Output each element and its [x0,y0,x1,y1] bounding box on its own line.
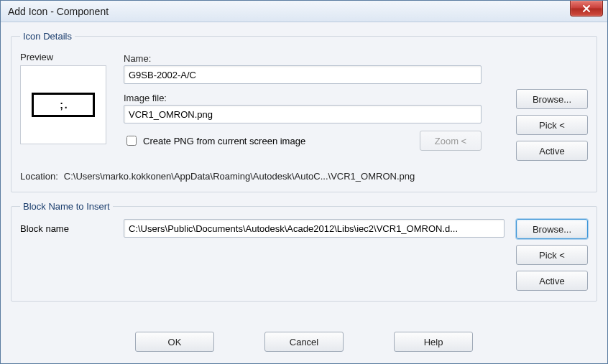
titlebar: Add Icon - Component [1,1,607,22]
preview-image: ; . [32,93,95,117]
image-pick-button[interactable]: Pick < [516,115,588,135]
zoom-button[interactable]: Zoom < [420,131,482,151]
close-icon [582,4,591,13]
block-name-group: Block Name to Insert Block name Browse..… [11,201,597,302]
block-name-legend: Block Name to Insert [20,201,113,212]
ok-button[interactable]: OK [135,332,214,352]
name-label: Name: [124,53,506,64]
create-png-label: Create PNG from current screen image [143,136,305,146]
dialog-footer: OK Cancel Help [11,332,597,356]
location-value: C:\Users\marko.kokkonen\AppData\Roaming\… [64,171,415,182]
preview-column: Preview ; . [20,49,114,161]
image-file-label: Image file: [124,93,506,103]
create-png-row: Create PNG from current screen image [124,134,305,148]
close-button[interactable] [570,1,603,17]
block-pick-button[interactable]: Pick < [516,245,588,265]
icon-details-group: Icon Details Preview ; . Name: Image fil… [11,31,597,192]
block-browse-button[interactable]: Browse... [516,219,588,239]
help-button[interactable]: Help [394,332,473,352]
icon-details-legend: Icon Details [20,31,75,42]
image-active-button[interactable]: Active [516,141,588,161]
name-input[interactable] [124,65,482,84]
dialog-window: Add Icon - Component Icon Details Previe… [0,0,608,364]
preview-label: Preview [20,52,114,62]
block-active-button[interactable]: Active [516,271,588,291]
block-name-input[interactable] [124,219,505,238]
create-png-checkbox[interactable] [126,136,137,146]
image-browse-button[interactable]: Browse... [516,89,588,109]
image-file-input[interactable] [124,105,482,123]
cancel-button[interactable]: Cancel [264,332,344,352]
client-area: Icon Details Preview ; . Name: Image fil… [1,22,607,363]
location-row: Location: C:\Users\marko.kokkonen\AppDat… [20,171,588,182]
location-label: Location: [20,171,58,182]
window-title: Add Icon - Component [8,6,109,17]
preview-box: ; . [20,65,106,144]
block-name-label: Block name [20,219,114,234]
